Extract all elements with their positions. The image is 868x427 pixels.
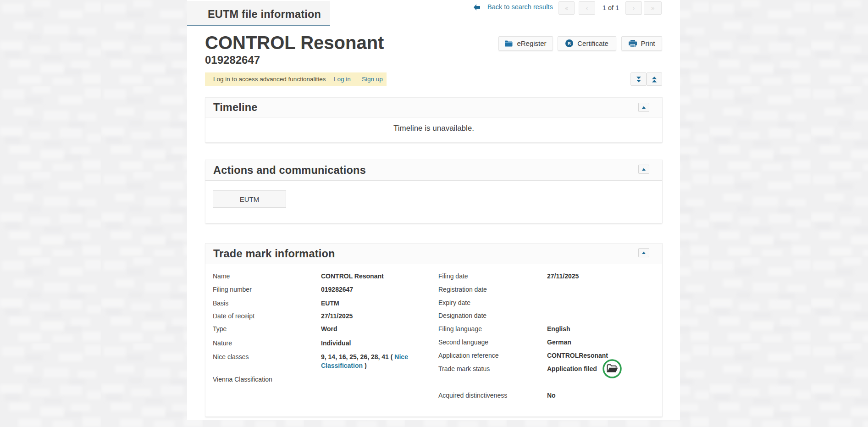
svg-text:R: R [568,41,571,46]
